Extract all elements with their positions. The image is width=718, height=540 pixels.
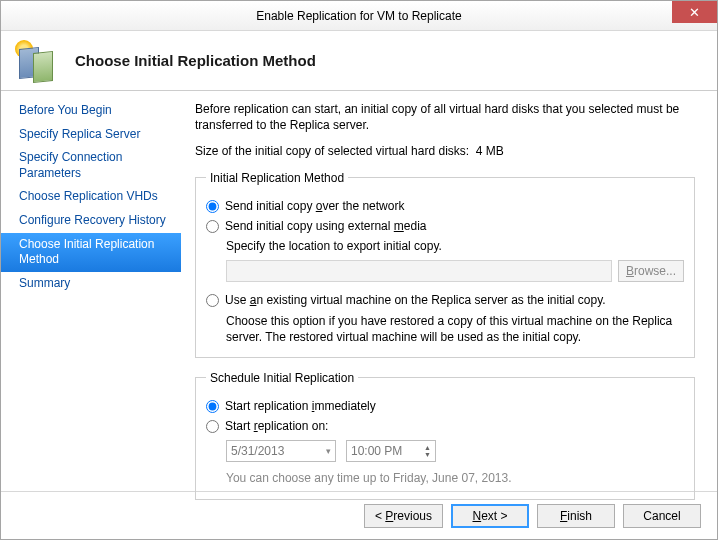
sidebar-item-configure-recovery-history[interactable]: Configure Recovery History bbox=[1, 209, 181, 233]
schedule-date-picker[interactable]: 5/31/2013 ▾ bbox=[226, 440, 336, 462]
page-title: Choose Initial Replication Method bbox=[75, 52, 316, 69]
radio-send-external-media-label: Send initial copy using external media bbox=[225, 218, 426, 234]
radio-send-external-media[interactable]: Send initial copy using external media bbox=[206, 218, 684, 234]
previous-button[interactable]: < Previous bbox=[364, 504, 443, 528]
time-spinner-icon: ▲▼ bbox=[424, 444, 431, 458]
sidebar-item-specify-replica-server[interactable]: Specify Replica Server bbox=[1, 123, 181, 147]
radio-send-over-network[interactable]: Send initial copy over the network bbox=[206, 198, 684, 214]
initial-replication-method-group: Initial Replication Method Send initial … bbox=[195, 170, 695, 358]
radio-start-immediately-label: Start replication immediately bbox=[225, 398, 376, 414]
schedule-date-value: 5/31/2013 bbox=[231, 443, 284, 459]
sidebar-item-before-you-begin[interactable]: Before You Begin bbox=[1, 99, 181, 123]
size-label: Size of the initial copy of selected vir… bbox=[195, 144, 469, 158]
close-button[interactable]: ✕ bbox=[672, 1, 717, 23]
export-path-row: Browse... bbox=[226, 260, 684, 282]
finish-button[interactable]: Finish bbox=[537, 504, 615, 528]
schedule-hint: You can choose any time up to Friday, Ju… bbox=[226, 470, 684, 486]
wizard-content: Before replication can start, an initial… bbox=[181, 91, 717, 491]
radio-send-over-network-label: Send initial copy over the network bbox=[225, 198, 404, 214]
replication-icon bbox=[15, 40, 57, 82]
method-legend: Initial Replication Method bbox=[206, 170, 348, 186]
schedule-time-picker[interactable]: 10:00 PM ▲▼ bbox=[346, 440, 436, 462]
radio-send-external-media-input[interactable] bbox=[206, 220, 219, 233]
export-path-input bbox=[226, 260, 612, 282]
browse-button: Browse... bbox=[618, 260, 684, 282]
external-media-sublabel: Specify the location to export initial c… bbox=[226, 238, 684, 254]
radio-use-existing-vm[interactable]: Use an existing virtual machine on the R… bbox=[206, 292, 684, 308]
sidebar-item-choose-replication-vhds[interactable]: Choose Replication VHDs bbox=[1, 185, 181, 209]
radio-start-on-input[interactable] bbox=[206, 420, 219, 433]
browse-button-label: Browse... bbox=[626, 264, 676, 278]
radio-use-existing-vm-label: Use an existing virtual machine on the R… bbox=[225, 292, 606, 308]
close-icon: ✕ bbox=[689, 5, 700, 20]
radio-start-on-label: Start replication on: bbox=[225, 418, 328, 434]
radio-send-over-network-input[interactable] bbox=[206, 200, 219, 213]
radio-start-immediately[interactable]: Start replication immediately bbox=[206, 398, 684, 414]
sidebar-item-choose-initial-replication-method[interactable]: Choose Initial Replication Method bbox=[1, 233, 181, 272]
wizard-sidebar: Before You Begin Specify Replica Server … bbox=[1, 91, 181, 491]
wizard-header: Choose Initial Replication Method bbox=[1, 31, 717, 91]
titlebar: Enable Replication for VM to Replicate ✕ bbox=[1, 1, 717, 31]
schedule-datetime-row: 5/31/2013 ▾ 10:00 PM ▲▼ bbox=[226, 440, 684, 462]
wizard-body: Before You Begin Specify Replica Server … bbox=[1, 91, 717, 491]
radio-start-on[interactable]: Start replication on: bbox=[206, 418, 684, 434]
existing-vm-description: Choose this option if you have restored … bbox=[226, 313, 684, 345]
schedule-initial-replication-group: Schedule Initial Replication Start repli… bbox=[195, 370, 695, 500]
schedule-legend: Schedule Initial Replication bbox=[206, 370, 358, 386]
radio-use-existing-vm-input[interactable] bbox=[206, 294, 219, 307]
cancel-button[interactable]: Cancel bbox=[623, 504, 701, 528]
intro-text: Before replication can start, an initial… bbox=[195, 101, 695, 133]
sidebar-item-summary[interactable]: Summary bbox=[1, 272, 181, 296]
calendar-dropdown-icon: ▾ bbox=[326, 445, 331, 457]
window-title: Enable Replication for VM to Replicate bbox=[256, 9, 461, 23]
next-button[interactable]: Next > bbox=[451, 504, 529, 528]
sidebar-item-specify-connection-parameters[interactable]: Specify Connection Parameters bbox=[1, 146, 181, 185]
radio-start-immediately-input[interactable] bbox=[206, 400, 219, 413]
size-line: Size of the initial copy of selected vir… bbox=[195, 143, 695, 159]
schedule-time-value: 10:00 PM bbox=[351, 443, 402, 459]
size-value: 4 MB bbox=[476, 144, 504, 158]
